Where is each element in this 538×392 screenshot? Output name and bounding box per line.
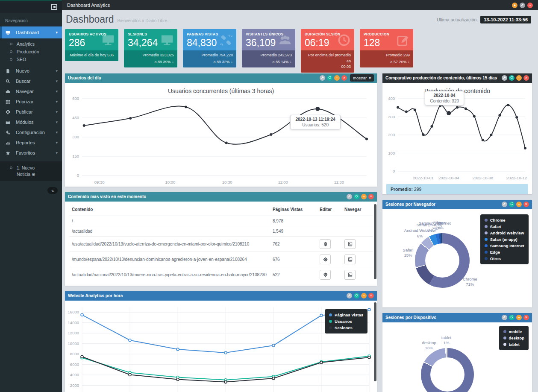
legend-item-android-webview[interactable]: Android Webview <box>485 230 524 236</box>
svg-text:150: 150 <box>72 154 79 158</box>
collapse-button[interactable]: − <box>516 202 522 207</box>
legend-item-samsung-internet[interactable]: Samsung Internet <box>485 243 524 249</box>
collapse-button[interactable]: − <box>361 194 367 199</box>
svg-text:14000: 14000 <box>68 320 79 325</box>
legend-label: Safari (in-app) <box>490 236 517 243</box>
edit-button[interactable] <box>320 239 331 249</box>
settings-button[interactable] <box>502 75 507 81</box>
legend-item-desktop[interactable]: desktop <box>503 335 524 341</box>
settings-button[interactable] <box>347 194 352 199</box>
sidebar-item-configuracion[interactable]: Configuración▾ <box>0 127 62 137</box>
settings-button[interactable] <box>347 293 352 298</box>
legend-item-edge[interactable]: Edge <box>485 249 524 255</box>
chevron-down-icon: ▾ <box>56 130 58 135</box>
legend-item-mobile[interactable]: mobile <box>503 328 524 335</box>
close-button[interactable]: × <box>341 75 347 81</box>
sidebar-subitem-label: SEO <box>17 57 26 62</box>
refresh-button[interactable] <box>509 202 514 207</box>
sidebar-subitem-produccion[interactable]: Producción <box>0 48 62 56</box>
refresh-icon <box>510 202 513 206</box>
page-header: Dashboard Bienvenidos a Diario Libre... … <box>66 14 531 25</box>
edit-button[interactable] <box>320 255 331 264</box>
legend-item-chrome[interactable]: Chrome <box>485 217 524 223</box>
legend-item-paginas-vistas[interactable]: Páginas Vistas <box>329 312 363 318</box>
close-button[interactable]: × <box>523 202 529 207</box>
sidebar-item-publicar[interactable]: Publicar▾ <box>0 107 62 117</box>
close-button[interactable]: × <box>368 293 374 298</box>
legend-item-otros[interactable]: Otros <box>485 255 524 262</box>
collapse-button[interactable]: − <box>334 75 340 81</box>
table-row: /mundo/espana/2022/10/13/denuncian-domin… <box>69 252 373 267</box>
clock-icon <box>337 34 351 48</box>
plus-circle-icon: ⊕ <box>32 172 35 177</box>
panel-sesiones-dispositivo: Sesiones por Dispositivo −× mobile83%des… <box>382 313 532 392</box>
pinned-item-label: 1. NuevoNoticia ⊕ <box>17 165 35 178</box>
sidebar-item-dashboard[interactable]: Dashboard▾ <box>0 26 62 38</box>
sidebar-item-pinned[interactable]: 1. NuevoNoticia ⊕ <box>0 161 62 181</box>
collapse-button[interactable]: − <box>516 315 522 320</box>
close-button[interactable]: × <box>523 315 529 320</box>
settings-button[interactable] <box>502 315 507 320</box>
kpi-top: PAGINAS VISTAS84,830 <box>183 29 236 50</box>
page-views: 762 <box>270 236 317 252</box>
refresh-button[interactable] <box>509 315 514 320</box>
sidebar-subitem-seo[interactable]: SEO <box>0 56 62 63</box>
navigate-button[interactable] <box>344 255 356 264</box>
legend-item-sesiones[interactable]: Sesiones <box>329 325 363 331</box>
chart-tooltip: 2022-10-04Contenido: 320 <box>425 91 464 105</box>
table-scrollbar[interactable] <box>374 204 376 279</box>
refresh-button[interactable] <box>354 194 359 199</box>
legend-label: Samsung Internet <box>490 243 524 249</box>
arrow-down-icon: ↓ <box>290 59 292 64</box>
sidebar-item-label: Buscar <box>16 79 30 84</box>
sidebar-item-priorizar[interactable]: Priorizar▾ <box>0 97 62 107</box>
svg-text:600: 600 <box>72 96 79 101</box>
legend-dot-icon <box>485 251 488 254</box>
legend-item-safari[interactable]: Safari <box>485 223 524 230</box>
navigate-button[interactable] <box>344 270 356 280</box>
close-button[interactable]: × <box>523 75 529 81</box>
sidebar-item-reportes[interactable]: Reportes▾ <box>0 137 62 148</box>
edit-button[interactable] <box>320 270 331 280</box>
legend-item-usuarios[interactable]: Usuarios <box>329 318 363 325</box>
panel-title: Sesiones por Dispositivo <box>385 315 436 320</box>
sidebar-item-buscar[interactable]: Buscar▾ <box>0 76 62 86</box>
logo-icon[interactable] <box>51 4 57 10</box>
sidebar-item-nuevo[interactable]: Nuevo▾ <box>0 66 62 76</box>
legend-dot-icon <box>485 238 488 241</box>
kpi-top: VISITANTES ÚNICOS36,109 <box>242 29 295 50</box>
refresh-icon <box>355 294 358 298</box>
sidebar-item-navegar[interactable]: Navegar▾ <box>0 86 62 97</box>
legend-label: Safari <box>490 223 501 230</box>
settings-button[interactable] <box>320 75 325 81</box>
sidebar-item-label: Configuración <box>16 130 45 135</box>
chevron-down-icon: ▾ <box>56 30 58 35</box>
legend-item-tablet[interactable]: tablet <box>503 341 524 348</box>
refresh-button[interactable] <box>509 75 514 81</box>
sidebar-collapse-button[interactable]: « <box>47 187 58 194</box>
kpi-row: USUARIOS ACTIVOS286Máximo el día de hoy … <box>65 29 532 73</box>
collapse-button[interactable]: − <box>361 293 367 298</box>
star-icon <box>6 151 12 155</box>
sidebar-subitem-analytics[interactable]: Analytics <box>0 40 62 48</box>
sidebar-item-modulos[interactable]: Módulos▾ <box>0 117 62 127</box>
panel-title: Website Analytics por hora <box>68 293 123 298</box>
donut-label-tablet: tablet1% <box>441 335 451 345</box>
navigate-button[interactable] <box>344 239 356 249</box>
kpi-card-visitantes-unicos: VISITANTES ÚNICOS36,109Promedio 242,973a… <box>242 29 295 67</box>
panel-scrollbar[interactable] <box>374 302 376 381</box>
star-control[interactable]: ★ <box>512 3 517 8</box>
close-control[interactable]: × <box>527 3 533 8</box>
sidebar-subitem-label: Analytics <box>17 41 35 47</box>
refresh-button[interactable] <box>327 75 332 81</box>
settings-control[interactable] <box>520 3 525 8</box>
sidebar-item-favoritos[interactable]: Favoritos▾ <box>0 148 62 158</box>
legend-dot-icon <box>329 326 332 329</box>
content-path: /usa/actualidad/2022/10/13/vuelo-aterriz… <box>69 236 270 252</box>
refresh-button[interactable] <box>354 293 359 298</box>
collapse-button[interactable]: − <box>516 75 522 81</box>
close-button[interactable]: × <box>368 194 374 199</box>
mostrar-dropdown[interactable]: mostrar ▾ <box>350 74 374 82</box>
legend-item-safari-in-app[interactable]: Safari (in-app) <box>485 236 524 243</box>
settings-button[interactable] <box>502 202 507 207</box>
